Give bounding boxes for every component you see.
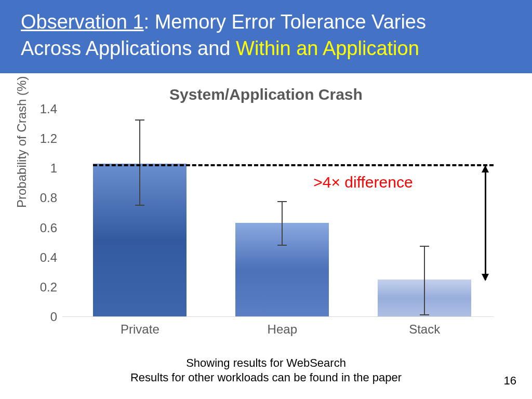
page-number: 16 <box>504 374 516 388</box>
annotation-text: >4× difference <box>313 174 413 191</box>
y-tick-label: 0.8 <box>40 191 57 205</box>
title-underlined: Observation 1 <box>21 11 144 33</box>
y-axis-label: Probability of Crash (%) <box>15 76 29 208</box>
title-across: Across Applications and <box>21 37 236 59</box>
y-tick-label: 1.4 <box>40 102 57 116</box>
error-bar <box>282 201 283 246</box>
caption: Showing results for WebSearch Results fo… <box>0 356 532 385</box>
chart-container: System/Application Crash Probability of … <box>0 81 532 373</box>
y-tick-label: 0.2 <box>40 280 57 295</box>
caption-line2: Results for other workloads can be found… <box>0 370 532 385</box>
title-highlight: Within an Application <box>236 37 419 59</box>
error-bar <box>139 119 140 206</box>
reference-line <box>93 164 494 166</box>
y-tick-label: 1.2 <box>40 131 57 146</box>
chart-title: System/Application Crash <box>0 86 532 103</box>
y-tick-label: 0 <box>50 310 57 324</box>
title-rest1: : Memory Error Tolerance Varies <box>144 11 426 33</box>
x-tick-label: Heap <box>268 322 297 337</box>
x-tick-label: Stack <box>409 322 440 337</box>
x-tick-label: Private <box>121 322 159 337</box>
x-axis-line <box>62 316 494 317</box>
slide-title: Observation 1: Memory Error Tolerance Va… <box>0 0 532 73</box>
y-axis: 00.20.40.60.811.21.4 <box>31 109 62 317</box>
error-bar <box>424 246 425 315</box>
difference-arrow <box>485 166 486 280</box>
caption-line1: Showing results for WebSearch <box>0 356 532 371</box>
plot-area: 00.20.40.60.811.21.4 PrivateHeapStack >4… <box>62 109 494 317</box>
y-tick-label: 0.4 <box>40 250 57 265</box>
y-tick-label: 1 <box>50 161 57 176</box>
y-tick-label: 0.6 <box>40 221 57 235</box>
